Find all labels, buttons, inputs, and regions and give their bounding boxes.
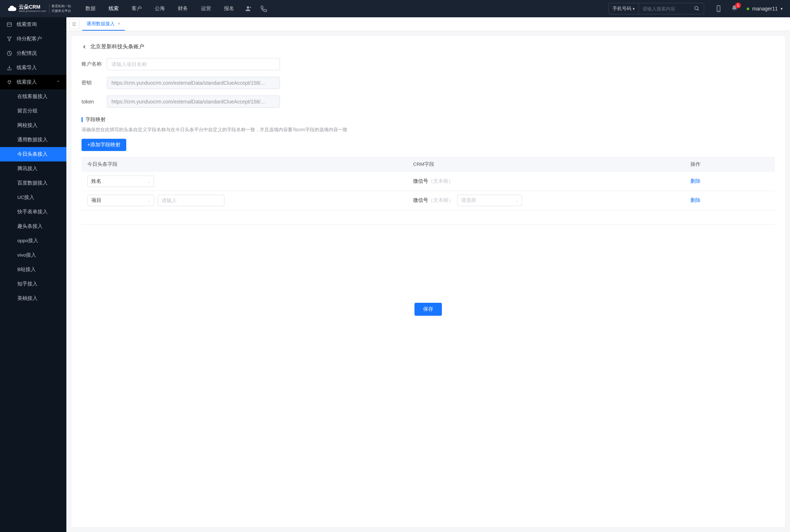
brand-url: www.yunduocrm.com <box>19 10 46 13</box>
notification-button[interactable]: 5 <box>731 5 738 13</box>
token-label: token <box>82 99 107 105</box>
sidebar: 线索查询 待分配客户 分配情况 线索导入 线索接入 ⌃ 在线客服接入 留言分组 … <box>0 17 66 532</box>
cloud-icon <box>7 4 17 13</box>
crm-field-hint-1: （文本框） <box>428 197 453 203</box>
svg-point-0 <box>247 6 249 9</box>
sidebar-sub-6[interactable]: 百度数据接入 <box>0 176 66 190</box>
sidebar-sub-5[interactable]: 腾讯接入 <box>0 161 66 176</box>
toutiao-field-select-0[interactable]: 姓名 ⌄ <box>87 176 154 187</box>
col-action: 操作 <box>685 157 775 172</box>
search-icon <box>694 5 699 11</box>
header: 云朵CRM www.yunduocrm.com 教育机构一站式服务云平台 数据 … <box>0 0 790 17</box>
table-row: 姓名 ⌄ 微信号（文本框） 删除 <box>82 172 775 191</box>
token-input[interactable] <box>107 96 280 108</box>
toutiao-field-extra-input[interactable] <box>158 195 224 206</box>
table-row: 项目 ⌄ 微信号（文本框） <box>82 191 775 210</box>
list-icon <box>6 22 12 27</box>
sidebar-sub-14[interactable]: 美柚接入 <box>0 291 66 306</box>
account-label: 账户名称 <box>82 61 107 67</box>
svg-rect-4 <box>7 23 12 27</box>
sidebar-sub-0[interactable]: 在线客服接入 <box>0 89 66 104</box>
search-button[interactable] <box>689 5 704 12</box>
sidebar-item-import[interactable]: 线索导入 <box>0 61 66 75</box>
footer: 保存 <box>82 297 775 317</box>
col-crm: CRM字段 <box>407 157 685 172</box>
user-name: manager11 <box>752 6 778 12</box>
global-search: 手机号码 ▾ <box>609 3 704 14</box>
add-mapping-button[interactable]: +添加字段映射 <box>82 139 126 151</box>
chevron-down-icon: ⌄ <box>515 199 518 203</box>
status-dot-icon <box>747 8 749 10</box>
sidebar-sub-2[interactable]: 网校接入 <box>0 118 66 133</box>
save-button[interactable]: 保存 <box>414 303 442 316</box>
mapping-table: 今日头条字段 CRM字段 操作 姓名 ⌄ <box>82 157 775 225</box>
user-menu[interactable]: manager11 ▾ <box>747 6 783 12</box>
phone-icon[interactable] <box>260 5 267 12</box>
crm-field-select-1[interactable]: 请选择 ⌄ <box>457 195 522 206</box>
sidebar-item-query[interactable]: 线索查询 <box>0 17 66 32</box>
toutiao-field-select-1[interactable]: 项目 ⌄ <box>87 195 154 206</box>
secret-input[interactable] <box>107 77 280 89</box>
page-title: 北京昱新科技头条账户 <box>90 43 144 50</box>
nav-signup[interactable]: 报名 <box>224 5 234 12</box>
sidebar-sub-3[interactable]: 通用数据接入 <box>0 133 66 147</box>
crm-field-label-0: 微信号 <box>413 178 428 184</box>
close-icon[interactable]: × <box>118 21 120 26</box>
delete-row-0[interactable]: 删除 <box>690 178 701 184</box>
sidebar-item-pending[interactable]: 待分配客户 <box>0 32 66 46</box>
crm-field-hint-0: （文本框） <box>428 178 453 184</box>
sidebar-sub-7[interactable]: UC接入 <box>0 190 66 205</box>
nav-customer[interactable]: 客户 <box>132 5 142 12</box>
stats-icon <box>6 50 12 56</box>
chevron-left-icon <box>82 44 87 50</box>
tabs-bar: 通用数据接入 × <box>66 17 790 31</box>
sidebar-item-allocation[interactable]: 分配情况 <box>0 46 66 61</box>
sidebar-sub-9[interactable]: 趣头条接入 <box>0 219 66 234</box>
nav-data[interactable]: 数据 <box>85 5 96 12</box>
account-name-input[interactable] <box>107 58 280 70</box>
mapping-section-desc: 请确保您在此填写的头条自定义字段名称与在今日头条平台中自定义的字段名称一致，并且… <box>82 127 775 133</box>
mobile-icon[interactable] <box>715 5 722 12</box>
brand-logo[interactable]: 云朵CRM www.yunduocrm.com 教育机构一站式服务云平台 <box>7 4 71 13</box>
search-type-select[interactable]: 手机号码 ▾ <box>609 3 639 14</box>
nav-finance[interactable]: 财务 <box>178 5 188 12</box>
sidebar-sub-12[interactable]: B站接入 <box>0 262 66 277</box>
plug-icon <box>6 79 12 85</box>
mapping-section-title: 字段映射 <box>82 116 775 123</box>
nav-operate[interactable]: 运营 <box>201 5 211 12</box>
secret-label: 密钥 <box>82 80 107 86</box>
delete-row-1[interactable]: 删除 <box>690 197 701 203</box>
col-toutiao: 今日头条字段 <box>82 157 407 172</box>
breadcrumb-back[interactable]: 北京昱新科技头条账户 <box>82 43 775 50</box>
collapse-sidebar-button[interactable] <box>69 19 79 29</box>
sidebar-sub-1[interactable]: 留言分组 <box>0 104 66 118</box>
search-input[interactable] <box>639 6 689 12</box>
brand-name: 云朵CRM <box>19 4 46 10</box>
sidebar-group-access[interactable]: 线索接入 ⌃ <box>0 75 66 89</box>
sidebar-sub-11[interactable]: vivo接入 <box>0 248 66 262</box>
top-nav: 数据 线索 客户 公海 财务 运营 报名 <box>85 5 234 12</box>
sidebar-sub-4[interactable]: 今日头条接入 <box>0 147 66 161</box>
nav-public[interactable]: 公海 <box>155 5 165 12</box>
filter-icon <box>6 36 12 42</box>
tab-label: 通用数据接入 <box>87 21 115 27</box>
brand-sub: 教育机构一站式服务云平台 <box>49 4 71 13</box>
tab-0[interactable]: 通用数据接入 × <box>82 17 125 31</box>
notification-badge: 5 <box>735 3 741 8</box>
chevron-down-icon: ⌄ <box>147 199 150 203</box>
crm-field-label-1: 微信号 <box>413 197 428 203</box>
import-icon <box>6 65 12 71</box>
chevron-down-icon: ⌄ <box>147 179 150 183</box>
sidebar-sub-8[interactable]: 快手表单接入 <box>0 205 66 219</box>
sidebar-sub-13[interactable]: 知乎接入 <box>0 277 66 291</box>
menu-icon <box>72 22 77 27</box>
svg-point-1 <box>695 6 698 9</box>
sidebar-sub-10[interactable]: oppo接入 <box>0 234 66 248</box>
user-plus-icon[interactable] <box>245 5 252 12</box>
nav-clue[interactable]: 线索 <box>109 5 119 12</box>
chevron-up-icon: ⌃ <box>57 80 60 85</box>
chevron-down-icon: ▾ <box>781 6 783 11</box>
